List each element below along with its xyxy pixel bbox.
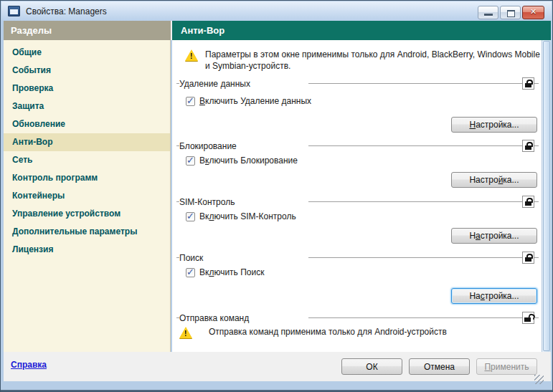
sidebar-item-protection[interactable]: Защита xyxy=(4,97,170,115)
close-button[interactable]: ✕ xyxy=(522,6,544,19)
sidebar-item-license[interactable]: Лицензия xyxy=(4,241,170,259)
group-line xyxy=(534,83,539,84)
group-data-wipe: Удаление данных xyxy=(176,77,539,90)
group-title: Блокирование xyxy=(179,141,308,151)
sidebar-item-device-management[interactable]: Управление устройством xyxy=(4,205,170,223)
page-title: Анти-Вор xyxy=(172,21,551,40)
lock-closed-icon[interactable] xyxy=(522,77,534,90)
checkbox-label: Включить Блокирование xyxy=(199,156,298,166)
sidebar-item-scan[interactable]: Проверка xyxy=(4,80,170,97)
properties-dialog-window: Свойства: Managers ✕ Разделы Анти-Вор Об… xyxy=(0,0,553,392)
group-block: Блокирование xyxy=(176,140,539,152)
window-icon xyxy=(8,6,20,16)
minimize-icon xyxy=(484,14,493,16)
group-title: Отправка команд xyxy=(179,313,308,323)
apply-button[interactable]: Применить xyxy=(476,358,537,375)
enable-block-checkbox[interactable]: Включить Блокирование xyxy=(186,155,298,166)
group-line xyxy=(308,317,522,318)
checkbox-checked-icon[interactable] xyxy=(186,156,195,166)
group-title: Удаление данных xyxy=(179,79,308,89)
sim-watch-settings-button[interactable]: Настройка... xyxy=(451,228,537,244)
top-warning-text: Параметры в этом окне применимы только д… xyxy=(205,49,541,72)
checkbox-checked-icon[interactable] xyxy=(186,268,195,277)
maximize-button[interactable] xyxy=(500,6,521,19)
ok-button[interactable]: ОК xyxy=(341,358,402,375)
group-line xyxy=(308,201,522,202)
lock-open-icon[interactable] xyxy=(522,312,534,324)
sidebar-item-update[interactable]: Обновление xyxy=(4,115,170,133)
footer: Справка ОК Отмена Применить xyxy=(4,352,551,381)
group-locate: Поиск xyxy=(176,252,539,264)
sidebar-header: Разделы xyxy=(4,21,171,40)
maximize-icon xyxy=(507,10,515,17)
cancel-button[interactable]: Отмена xyxy=(409,358,470,375)
warning-icon xyxy=(185,49,198,61)
sidebar-item-app-control[interactable]: Контроль программ xyxy=(4,169,170,187)
group-line xyxy=(534,317,539,318)
sidebar-item-containers[interactable]: Контейнеры xyxy=(4,187,170,205)
title-bar[interactable]: Свойства: Managers ✕ xyxy=(1,1,552,21)
sidebar-item-advanced-settings[interactable]: Дополнительные параметры xyxy=(4,223,170,241)
block-settings-button[interactable]: Настройка... xyxy=(451,172,537,188)
group-line xyxy=(534,257,539,258)
sidebar-item-anti-theft[interactable]: Анти-Вор xyxy=(4,133,170,151)
sidebar-item-general[interactable]: Общие xyxy=(4,44,170,62)
group-line xyxy=(308,83,522,84)
checkbox-label: Включить Удаление данных xyxy=(199,96,311,106)
sidebar-item-events[interactable]: События xyxy=(4,62,170,80)
lock-closed-icon[interactable] xyxy=(522,140,534,152)
vertical-scrollbar[interactable] xyxy=(542,40,551,352)
checkbox-label: Включить SIM-Контроль xyxy=(199,211,296,221)
resize-grip[interactable] xyxy=(534,375,544,384)
minimize-button[interactable] xyxy=(478,6,498,19)
lock-closed-icon[interactable] xyxy=(522,252,534,264)
lock-closed-icon[interactable] xyxy=(522,196,534,208)
group-title: Поиск xyxy=(179,253,308,263)
locate-settings-button[interactable]: Настройка... xyxy=(451,288,537,304)
group-line xyxy=(308,145,522,146)
checkbox-label: Включить Поиск xyxy=(199,267,264,277)
top-warning: Параметры в этом окне применимы только д… xyxy=(185,49,541,72)
group-title: SIM-Контроль xyxy=(179,197,308,207)
window-bottom-edge xyxy=(1,390,552,391)
group-send-commands: Отправка команд xyxy=(176,312,539,324)
group-line xyxy=(534,145,539,146)
data-wipe-settings-button[interactable]: Настройка... xyxy=(451,117,537,133)
send-commands-warning-text: Отправка команд применима только для And… xyxy=(209,326,447,338)
scrollbar-thumb[interactable] xyxy=(543,41,550,351)
send-commands-warning: Отправка команд применима только для And… xyxy=(179,326,447,338)
window-title: Свойства: Managers xyxy=(26,6,107,16)
help-link[interactable]: Справка xyxy=(11,360,47,370)
sidebar-item-network[interactable]: Сеть xyxy=(4,151,170,169)
checkbox-checked-icon[interactable] xyxy=(186,212,195,221)
enable-locate-checkbox[interactable]: Включить Поиск xyxy=(186,267,264,278)
sections-sidebar: Общие События Проверка Защита Обновление… xyxy=(4,40,171,352)
close-icon: ✕ xyxy=(523,7,544,16)
enable-data-wipe-checkbox[interactable]: Включить Удаление данных xyxy=(186,95,311,107)
enable-sim-watch-checkbox[interactable]: Включить SIM-Контроль xyxy=(186,211,296,222)
anti-theft-panel: Параметры в этом окне применимы только д… xyxy=(172,40,551,352)
group-sim-watch: SIM-Контроль xyxy=(176,196,539,208)
warning-icon xyxy=(179,327,192,338)
group-line xyxy=(308,257,522,258)
group-line xyxy=(534,201,539,202)
checkbox-checked-icon[interactable] xyxy=(186,97,195,106)
